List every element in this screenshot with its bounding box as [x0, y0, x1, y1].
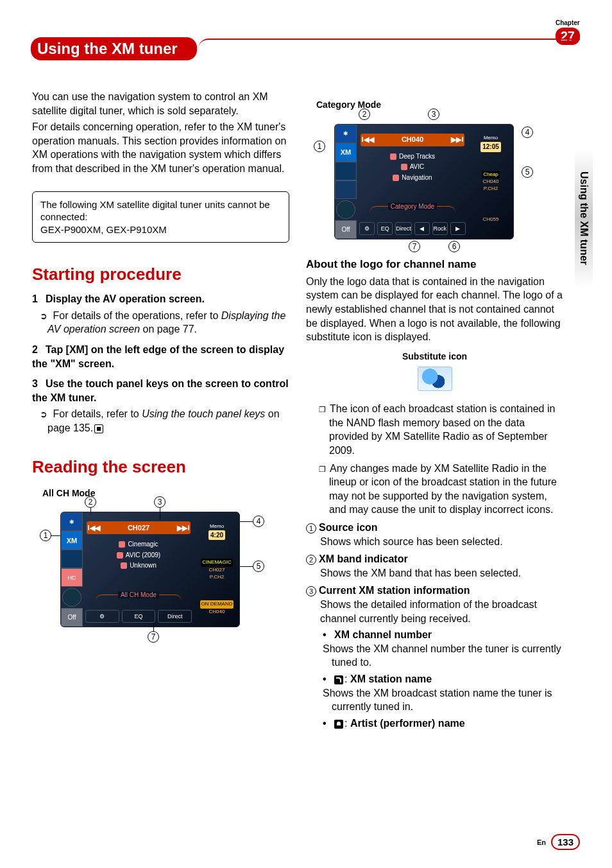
- page-title: Using the XM tuner: [31, 37, 197, 60]
- panel2-nav-left: ◀: [414, 222, 430, 235]
- panel2-nav-right: ▶: [450, 222, 466, 235]
- panel1-next-icon: ▶▶I: [176, 523, 191, 533]
- panel1-clock: 4:20: [208, 530, 225, 541]
- panel2-next-icon: ▶▶I: [450, 135, 464, 144]
- numbered-1: 1Source icon Shows which source has been…: [306, 521, 563, 548]
- panel1-channel: CH027: [101, 523, 176, 533]
- chapter-label: Chapter: [556, 19, 580, 26]
- panel1-settings-icon: ⚙: [85, 610, 119, 623]
- step1-sub-a: For details of the operations, refer to: [53, 310, 221, 321]
- intro-paragraph-1: You can use the navigation system to con…: [32, 90, 289, 117]
- warning-line1: The following XM satellite digital tuner…: [40, 198, 281, 223]
- intro-paragraph-2: For details concerning operation, refer …: [32, 120, 289, 175]
- r-callout-5: 5: [522, 166, 533, 178]
- panel2-disc-icon: [336, 200, 355, 219]
- panel1-pch: P.CH2: [210, 574, 225, 581]
- figure-all-ch-mode: ✱ XM HD Off I◀◀ CH027 ▶▶I Cinemagic A: [32, 503, 276, 644]
- panel2-line3: Navigation: [402, 173, 432, 182]
- panel1-sirius-icon: [61, 550, 83, 568]
- step3-sub-i: Using the touch panel keys: [142, 408, 265, 419]
- panel1-line1: Cinemagic: [128, 540, 158, 549]
- step-3-sub: For details, refer to Using the touch pa…: [32, 407, 289, 435]
- panel1-line2: AVIC (2009): [126, 551, 160, 560]
- side-tab: Using the XM tuner: [575, 148, 593, 289]
- substitute-icon-label: Substitute icon: [306, 351, 563, 363]
- panel2-memo: Memo: [484, 135, 498, 142]
- panel1-song-icon: [121, 562, 127, 569]
- panel1-logo1: CINEMAGIC: [201, 559, 232, 567]
- figure-category-mode: ✱ XM Off I◀◀ CH040 ▶▶I Deep Tracks A: [306, 115, 537, 250]
- panel1-disc-icon: [62, 588, 81, 607]
- callout-5: 5: [253, 560, 264, 572]
- n2-label: XM band indicator: [319, 553, 408, 564]
- panel2-logo1: Cheap: [482, 171, 500, 179]
- panel2-station-icon: [390, 153, 396, 160]
- heading-starting-procedure: Starting procedure: [32, 263, 289, 286]
- panel2-mode-label: Category Mode: [388, 203, 437, 210]
- panel1-off-button: Off: [61, 608, 83, 627]
- footer-lang: En: [537, 838, 546, 846]
- panel2-xm-source: XM: [335, 143, 357, 162]
- panel2-line2: AVIC: [410, 162, 425, 171]
- panel2-eq-button: EQ: [377, 222, 393, 235]
- panel2-settings-icon: ⚙: [359, 222, 375, 235]
- r-callout-1: 1: [314, 141, 325, 152]
- step-1-title: Display the AV operation screen.: [46, 293, 205, 304]
- bullet-xm-channel-number: XM channel number Shows the XM channel n…: [306, 628, 563, 670]
- panel2-ipod-icon: [335, 180, 357, 199]
- b2-desc: Shows the XM broadcast station name the …: [332, 686, 563, 714]
- lead-3: [160, 508, 160, 519]
- header-rule: [198, 39, 580, 59]
- lead-1: [51, 535, 60, 536]
- r-callout-7: 7: [409, 241, 420, 252]
- panel2-song-icon: [393, 175, 399, 181]
- panel2-bluetooth-icon: ✱: [335, 125, 357, 143]
- station-name-icon: [334, 675, 343, 684]
- lead-2: [90, 508, 91, 514]
- step-3-head: 3Use the touch panel keys on the screen …: [32, 377, 289, 404]
- callout-3: 3: [154, 496, 166, 508]
- numbered-2: 2XM band indicator Shows the XM band tha…: [306, 552, 563, 580]
- r-callout-3: 3: [428, 108, 439, 120]
- bullet-artist-name: : Artist (performer) name: [306, 716, 563, 731]
- circ-2: 2: [306, 555, 316, 565]
- step-2-title: Tap [XM] on the left edge of the screen …: [32, 344, 284, 369]
- note-1: The icon of each broadcast station is co…: [319, 402, 563, 457]
- b1-desc: Shows the XM channel number the tuner is…: [332, 642, 563, 670]
- r-callout-6: 6: [448, 241, 460, 252]
- side-tab-label: Using the XM tuner: [578, 171, 590, 265]
- substitute-icon: [418, 367, 452, 391]
- panel1-station-icon: [119, 541, 125, 548]
- note-2: Any changes made by XM Satellite Radio i…: [319, 462, 563, 517]
- bullet-xm-station-name: : XM station name Shows the XM broadcast…: [306, 672, 563, 714]
- artist-name-icon: [334, 720, 343, 729]
- b3-label: Artist (performer) name: [350, 718, 465, 729]
- panel2-pch: P.CH2: [484, 186, 498, 193]
- r-callout-4: 4: [522, 126, 533, 138]
- lead-5: [240, 566, 253, 567]
- step-3-title: Use the touch panel keys on the screen t…: [32, 378, 289, 403]
- callout-2: 2: [85, 496, 96, 508]
- callout-4: 4: [253, 516, 264, 527]
- callout-7: 7: [148, 631, 159, 643]
- panel2-nav-category: Rock: [432, 222, 448, 235]
- panel2-prev-icon: I◀◀: [361, 135, 375, 144]
- panel1-direct-button: Direct: [158, 610, 192, 623]
- panel2-pch-ch: CH040: [483, 178, 499, 186]
- step-1-sub: For details of the operations, refer to …: [32, 309, 289, 336]
- callout-1: 1: [40, 530, 51, 541]
- step1-sub-b: on page 77.: [140, 324, 197, 334]
- n1-desc: Shows which source has been selected.: [306, 535, 563, 549]
- panel1-hd-icon: HD: [61, 568, 83, 587]
- panel1-mode-label: All CH Mode: [118, 591, 159, 598]
- panel2-artist-icon: [401, 164, 407, 170]
- n2-desc: Shows the XM band that has been selected…: [306, 566, 563, 580]
- panel1-pch-ch2: CH040: [209, 609, 225, 616]
- lead-4: [240, 521, 253, 522]
- step-1-head: 1Display the AV operation screen.: [32, 292, 289, 306]
- panel1-artist-icon: [117, 552, 123, 559]
- b2-label: XM station name: [350, 673, 432, 684]
- circ-1: 1: [306, 523, 316, 534]
- panel2-pch-ch2: CH055: [483, 216, 499, 223]
- step3-sub-a: For details, refer to: [53, 408, 142, 419]
